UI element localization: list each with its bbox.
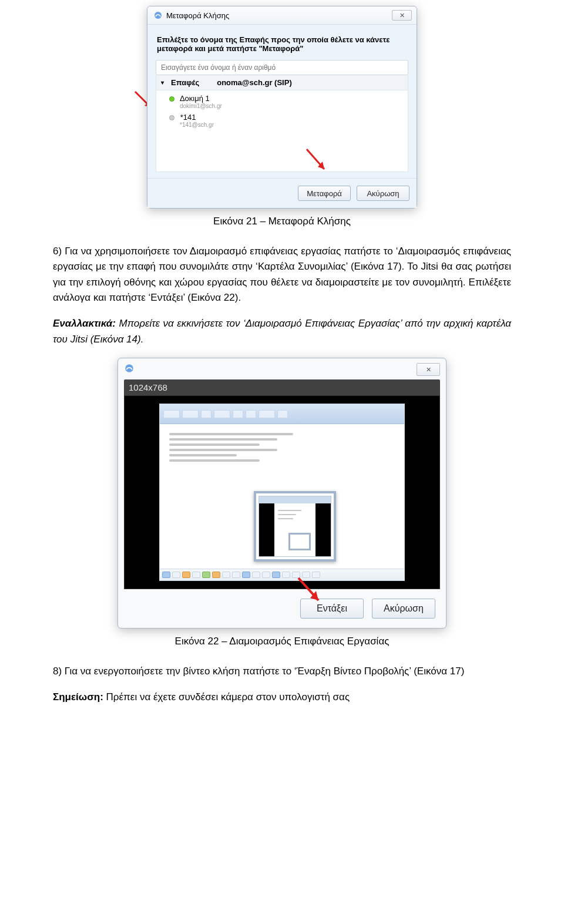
svg-marker-4 bbox=[318, 162, 324, 169]
figure-caption-21: Εικόνα 21 – Μεταφορά Κλήσης bbox=[0, 216, 564, 227]
desktop-mock bbox=[159, 404, 405, 581]
account-label: onoma@sch.gr (SIP) bbox=[217, 78, 292, 87]
dialog-title: Μεταφορά Κλήσης bbox=[166, 11, 229, 20]
ribbon-tab bbox=[258, 410, 275, 418]
dialog-footer: Μεταφορά Ακύρωση bbox=[147, 178, 417, 208]
close-button[interactable]: ✕ bbox=[392, 10, 412, 21]
svg-point-5 bbox=[125, 364, 133, 372]
dialog-prompt: Επιλέξτε το όνομα της Επαφής προς την οπ… bbox=[156, 33, 408, 60]
figure-caption-22: Εικόνα 22 – Διαμοιρασμός Επιφάνειας Εργα… bbox=[0, 636, 564, 647]
cancel-button[interactable]: Ακύρωση bbox=[357, 186, 409, 201]
transfer-button[interactable]: Μεταφορά bbox=[298, 186, 351, 201]
contact-item[interactable]: Δοκιμή 1 dokimi1@sch.gr bbox=[156, 93, 408, 112]
contacts-header-label: Επαφές bbox=[171, 78, 199, 87]
screen-preview[interactable] bbox=[124, 395, 440, 589]
mock-document bbox=[160, 424, 404, 569]
cancel-button[interactable]: Ακύρωση bbox=[372, 599, 435, 619]
contact-name: *141 bbox=[180, 113, 196, 122]
paragraph-note: Σημείωση: Πρέπει να έχετε συνδέσει κάμερ… bbox=[53, 690, 511, 705]
share-dialog: ✕ 1024x768 bbox=[118, 358, 446, 629]
ribbon-tab bbox=[277, 410, 288, 418]
contact-name: Δοκιμή 1 bbox=[180, 94, 210, 103]
status-online-icon bbox=[169, 96, 174, 102]
annotation-arrow-2 bbox=[302, 146, 331, 175]
contact-address: dokimi1@sch.gr bbox=[169, 103, 403, 109]
label-note: Σημείωση: bbox=[53, 691, 103, 703]
label-alternative: Εναλλακτικά: bbox=[53, 318, 116, 329]
ribbon-tab bbox=[246, 410, 256, 418]
svg-point-2 bbox=[155, 12, 162, 19]
transfer-dialog: Μεταφορά Κλήσης ✕ Επιλέξτε το όνομα της … bbox=[147, 6, 417, 209]
mock-nested-preview bbox=[254, 491, 336, 562]
dialog-footer: Εντάξει Ακύρωση bbox=[124, 589, 440, 621]
ribbon-tab bbox=[163, 410, 180, 418]
ribbon-tab bbox=[201, 410, 212, 418]
contact-address: *141@sch.gr bbox=[169, 122, 403, 128]
contact-item[interactable]: *141 *141@sch.gr bbox=[156, 112, 408, 130]
chevron-down-icon: ▾ bbox=[161, 79, 164, 86]
paragraph-alternative: Εναλλακτικά: Μπορείτε να εκκινήσετε τον … bbox=[53, 316, 511, 347]
mock-ribbon bbox=[160, 404, 404, 424]
close-button[interactable]: ✕ bbox=[417, 363, 440, 376]
app-icon bbox=[153, 11, 163, 20]
titlebar: Μεταφορά Κλήσης ✕ bbox=[147, 6, 417, 25]
ok-button[interactable]: Εντάξει bbox=[300, 599, 364, 619]
contact-list: Δοκιμή 1 dokimi1@sch.gr *141 *141@sch.gr bbox=[156, 90, 408, 172]
mock-taskbar bbox=[160, 569, 404, 580]
ribbon-tab bbox=[182, 410, 199, 418]
close-icon: ✕ bbox=[426, 366, 431, 374]
ribbon-tab bbox=[214, 410, 230, 418]
svg-line-3 bbox=[307, 149, 324, 169]
search-input[interactable] bbox=[156, 60, 408, 75]
ribbon-tab bbox=[233, 410, 243, 418]
paragraph-step-6: 6) Για να χρησιμοποιήσετε τον Διαμοιρασμ… bbox=[53, 244, 511, 305]
app-icon bbox=[124, 363, 135, 374]
paragraph-step-8: 8) Για να ενεργοποιήσετε την βίντεο κλήσ… bbox=[53, 664, 511, 679]
status-offline-icon bbox=[169, 115, 174, 120]
close-icon: ✕ bbox=[400, 12, 405, 19]
contacts-header[interactable]: ▾ Επαφές onoma@sch.gr (SIP) bbox=[156, 75, 408, 90]
resolution-label: 1024x768 bbox=[124, 379, 440, 395]
